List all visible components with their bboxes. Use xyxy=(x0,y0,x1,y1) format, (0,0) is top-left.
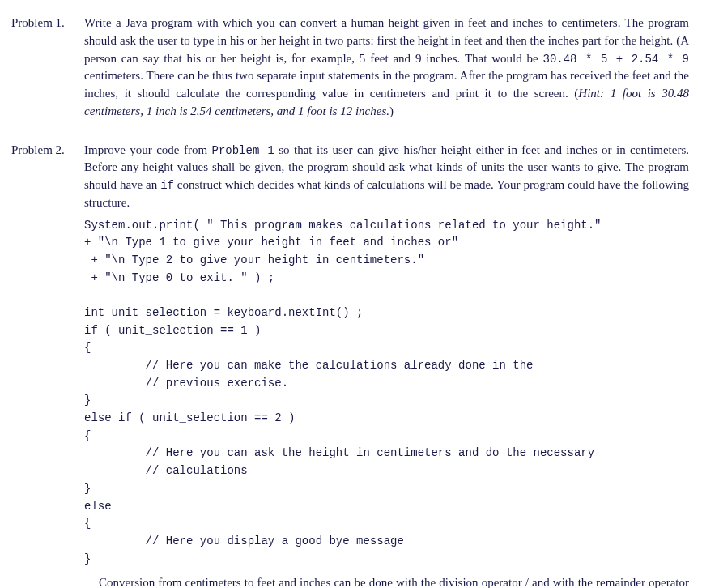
text: Improve your code from xyxy=(84,143,212,156)
problem-2-paragraph-2: Conversion from centimeters to feet and … xyxy=(84,574,689,588)
problem-1-body: Write a Java program with which you can … xyxy=(84,15,689,124)
text: ) xyxy=(389,104,394,117)
hint-label: Hint: xyxy=(578,87,610,100)
inline-code: if xyxy=(160,179,174,192)
problem-1: Problem 1. Write a Java program with whi… xyxy=(10,15,689,124)
problem-2-paragraph-1: Improve your code from Problem 1 so that… xyxy=(84,142,689,212)
text: construct which decides what kinds of ca… xyxy=(84,178,689,209)
inline-code: Problem 1 xyxy=(212,144,274,157)
problem-1-label: Problem 1. xyxy=(10,15,84,32)
inline-code: 30.48 * 5 + 2.54 * 9 xyxy=(543,53,689,66)
text: Conversion from centimeters to feet and … xyxy=(84,576,689,588)
code-block: System.out.print( " This program makes c… xyxy=(84,217,689,569)
problem-1-paragraph: Write a Java program with which you can … xyxy=(84,15,689,121)
problem-2-body: Improve your code from Problem 1 so that… xyxy=(84,142,689,589)
problem-2: Problem 2. Improve your code from Proble… xyxy=(10,142,689,589)
problem-2-label: Problem 2. xyxy=(10,142,84,160)
